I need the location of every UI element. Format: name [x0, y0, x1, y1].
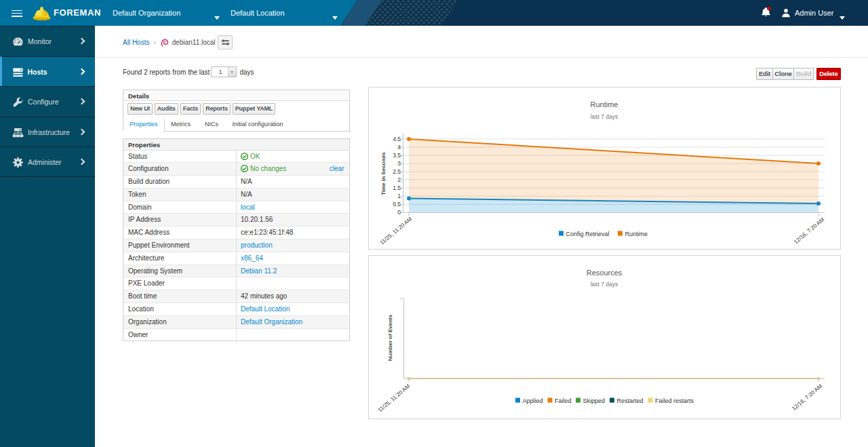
- svg-text:2.5: 2.5: [393, 168, 401, 175]
- svg-text:Config Retrieval: Config Retrieval: [566, 231, 610, 237]
- svg-text:12/16, 7:20 AM: 12/16, 7:20 AM: [793, 216, 825, 245]
- svg-text:0.5: 0.5: [393, 201, 401, 208]
- svg-text:last 7 days: last 7 days: [591, 113, 618, 120]
- svg-text:Failed restarts: Failed restarts: [655, 397, 694, 404]
- svg-text:1: 1: [397, 193, 401, 199]
- svg-text:Restarted: Restarted: [617, 397, 644, 404]
- svg-text:11/25, 11:20 AM: 11/25, 11:20 AM: [377, 383, 412, 413]
- svg-text:2: 2: [397, 176, 401, 183]
- svg-text:Failed: Failed: [555, 397, 572, 404]
- svg-text:3: 3: [397, 160, 401, 167]
- svg-text:Runtime: Runtime: [625, 231, 648, 237]
- svg-text:Skipped: Skipped: [583, 397, 606, 404]
- svg-text:last 7 days: last 7 days: [591, 281, 618, 288]
- svg-text:11/25, 11:20 AM: 11/25, 11:20 AM: [379, 216, 414, 246]
- svg-text:12/16, 7:20 AM: 12/16, 7:20 AM: [791, 383, 823, 411]
- svg-text:Runtime: Runtime: [591, 100, 618, 109]
- svg-text:1.5: 1.5: [393, 184, 401, 191]
- svg-text:3.5: 3.5: [393, 152, 401, 159]
- svg-text:4.5: 4.5: [393, 136, 401, 142]
- svg-text:Time in Seconds: Time in Seconds: [380, 152, 387, 195]
- svg-text:0: 0: [397, 209, 401, 216]
- svg-text:Resources: Resources: [587, 268, 623, 276]
- svg-text:Number of Events: Number of Events: [387, 314, 393, 361]
- svg-text:Applied: Applied: [523, 397, 543, 404]
- svg-text:4: 4: [397, 144, 401, 151]
